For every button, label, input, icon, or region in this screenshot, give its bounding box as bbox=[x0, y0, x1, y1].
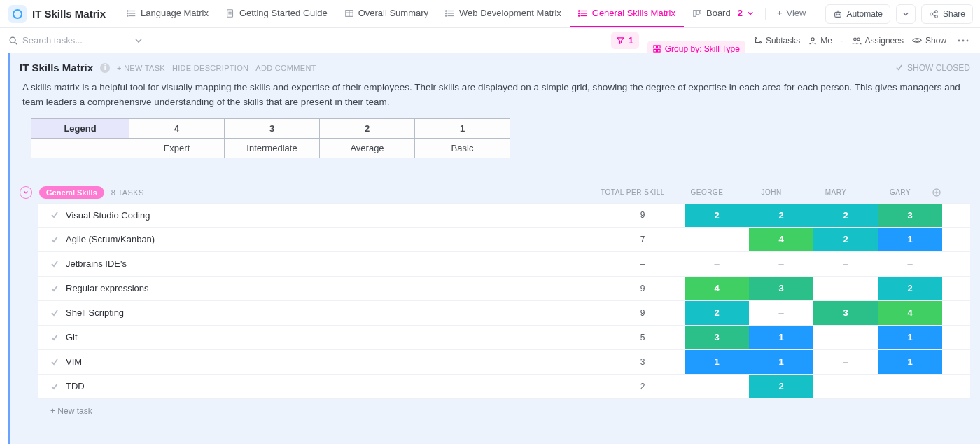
info-icon[interactable]: i bbox=[100, 63, 110, 73]
task-row[interactable]: Visual Studio Coding92223 bbox=[38, 203, 970, 228]
cell-score[interactable]: – bbox=[813, 375, 878, 398]
tab-web-dev-matrix[interactable]: Web Development Matrix bbox=[437, 0, 570, 27]
cell-score[interactable]: – bbox=[878, 252, 942, 276]
tab-getting-started[interactable]: Getting Started Guide bbox=[217, 0, 336, 27]
search-box[interactable] bbox=[8, 35, 143, 46]
share-button[interactable]: Share bbox=[921, 4, 973, 24]
cell-score[interactable]: – bbox=[878, 375, 942, 398]
cell-score[interactable]: 3 bbox=[813, 301, 878, 325]
space-chip[interactable]: IT Skills Matrix bbox=[4, 2, 113, 26]
tab-overall-summary[interactable]: Overall Summary bbox=[336, 0, 437, 27]
cell-total[interactable]: 9 bbox=[601, 277, 685, 300]
cell-score[interactable]: 1 bbox=[749, 326, 813, 349]
cell-score[interactable]: 2 bbox=[749, 375, 813, 398]
cell-total[interactable]: 2 bbox=[601, 375, 685, 398]
cell-score[interactable]: 2 bbox=[685, 301, 749, 325]
add-column-button[interactable] bbox=[932, 188, 960, 197]
svg-point-43 bbox=[760, 41, 761, 43]
cell-add bbox=[942, 326, 970, 349]
cell-score[interactable]: 1 bbox=[878, 326, 942, 349]
cell-score[interactable]: 1 bbox=[685, 350, 749, 374]
svg-point-29 bbox=[838, 14, 839, 15]
task-rows: Visual Studio Coding92223Agile (Scrum/Ka… bbox=[10, 203, 980, 399]
cell-score[interactable]: 3 bbox=[878, 204, 942, 227]
group-icon bbox=[653, 45, 661, 53]
cell-score[interactable]: 3 bbox=[685, 326, 749, 349]
add-view-button[interactable]: + View bbox=[769, 0, 815, 27]
cell-score[interactable]: 2 bbox=[878, 277, 942, 300]
task-row[interactable]: Agile (Scrum/Kanban)7–421 bbox=[38, 228, 970, 252]
cell-add bbox=[942, 228, 970, 251]
cell-score[interactable]: – bbox=[813, 252, 878, 276]
task-row[interactable]: TDD2–2–– bbox=[38, 375, 970, 399]
cell-score[interactable]: – bbox=[749, 301, 813, 325]
cell-score[interactable]: 4 bbox=[878, 301, 942, 325]
add-view-label: View bbox=[787, 8, 806, 18]
new-task-row[interactable]: + New task bbox=[38, 402, 970, 416]
subtasks-toggle[interactable]: Subtasks bbox=[754, 36, 800, 46]
tab-general-skills-matrix[interactable]: General Skills Matrix bbox=[570, 0, 684, 27]
task-row[interactable]: Regular expressions943–2 bbox=[38, 277, 970, 301]
cell-total[interactable]: – bbox=[601, 252, 685, 276]
cell-score[interactable]: 2 bbox=[813, 204, 878, 227]
cell-add bbox=[942, 375, 970, 398]
svg-line-35 bbox=[932, 14, 935, 15]
share-icon bbox=[929, 9, 939, 19]
cell-total[interactable]: 7 bbox=[601, 228, 685, 251]
cell-score[interactable]: – bbox=[685, 252, 749, 276]
task-name[interactable]: TDD bbox=[38, 375, 601, 398]
search-input[interactable] bbox=[22, 35, 120, 46]
cell-total[interactable]: 9 bbox=[601, 301, 685, 325]
hide-description-link[interactable]: HIDE DESCRIPTION bbox=[172, 64, 248, 72]
cell-total[interactable]: 3 bbox=[601, 350, 685, 374]
cell-score[interactable]: 4 bbox=[685, 277, 749, 300]
cell-score[interactable]: 2 bbox=[813, 228, 878, 251]
cell-score[interactable]: 2 bbox=[749, 204, 813, 227]
more-menu[interactable] bbox=[955, 36, 972, 45]
cell-score[interactable]: 4 bbox=[749, 228, 813, 251]
automate-button[interactable]: Automate bbox=[825, 4, 890, 24]
cell-score[interactable]: – bbox=[685, 228, 749, 251]
task-row[interactable]: Jetbrains IDE's––––– bbox=[38, 252, 970, 277]
svg-point-45 bbox=[853, 37, 856, 40]
chevron-down-icon[interactable] bbox=[134, 36, 143, 45]
cell-score[interactable]: – bbox=[813, 277, 878, 300]
assignees-filter[interactable]: Assignees bbox=[852, 36, 904, 46]
task-name[interactable]: Shell Scripting bbox=[38, 301, 601, 325]
me-filter[interactable]: Me bbox=[808, 36, 832, 46]
cell-score[interactable]: 1 bbox=[878, 228, 942, 251]
cell-score[interactable]: 1 bbox=[878, 350, 942, 374]
task-row[interactable]: Git531–1 bbox=[38, 326, 970, 350]
collapse-toggle[interactable] bbox=[20, 186, 32, 199]
task-name[interactable]: VIM bbox=[38, 350, 601, 374]
svg-point-44 bbox=[811, 37, 814, 40]
task-name[interactable]: Agile (Scrum/Kanban) bbox=[38, 228, 601, 251]
new-task-link[interactable]: + NEW TASK bbox=[117, 64, 165, 72]
task-name[interactable]: Jetbrains IDE's bbox=[38, 252, 601, 276]
add-comment-link[interactable]: ADD COMMENT bbox=[255, 64, 316, 72]
group-name-chip[interactable]: General Skills bbox=[39, 186, 104, 199]
task-row[interactable]: VIM311–1 bbox=[38, 350, 970, 375]
automate-dropdown[interactable] bbox=[896, 4, 916, 24]
task-name[interactable]: Visual Studio Coding bbox=[38, 204, 601, 227]
cell-total[interactable]: 9 bbox=[601, 204, 685, 227]
cell-score[interactable]: – bbox=[813, 326, 878, 349]
cell-score[interactable]: 2 bbox=[685, 204, 749, 227]
cell-score[interactable]: – bbox=[749, 252, 813, 276]
show-menu[interactable]: Show bbox=[912, 36, 946, 46]
legend-table: Legend 4 3 2 1 Expert Intermediate Avera… bbox=[31, 118, 510, 158]
task-name[interactable]: Git bbox=[38, 326, 601, 349]
tab-language-matrix[interactable]: Language Matrix bbox=[118, 0, 217, 27]
cell-add bbox=[942, 350, 970, 374]
cell-score[interactable]: 3 bbox=[749, 277, 813, 300]
cell-total[interactable]: 5 bbox=[601, 326, 685, 349]
cell-score[interactable]: – bbox=[685, 375, 749, 398]
show-closed-toggle[interactable]: SHOW CLOSED bbox=[895, 63, 970, 73]
filter-chip[interactable]: 1 bbox=[611, 32, 639, 49]
check-icon bbox=[895, 64, 903, 71]
task-name[interactable]: Regular expressions bbox=[38, 277, 601, 300]
task-row[interactable]: Shell Scripting92–34 bbox=[38, 301, 970, 326]
tab-board[interactable]: Board 2 bbox=[684, 0, 762, 27]
cell-score[interactable]: 1 bbox=[749, 350, 813, 374]
cell-score[interactable]: – bbox=[813, 350, 878, 374]
